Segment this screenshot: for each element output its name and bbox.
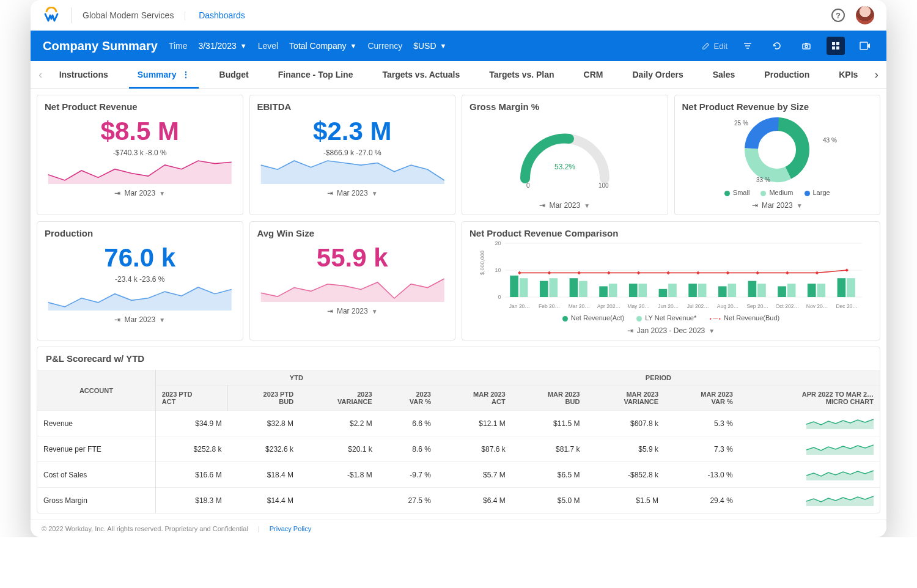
card-period-selector[interactable]: ⇥Mar 2023▼ <box>257 307 448 315</box>
pl-scorecard-table: ACCOUNT YTD PERIOD 2023 PTDACT2023 PTDBU… <box>37 370 880 513</box>
card-period-selector[interactable]: ⇥Mar 2023▼ <box>470 201 660 210</box>
card-title: Net Product Revenue Comparison <box>470 228 872 238</box>
svg-rect-63 <box>518 271 521 275</box>
tab-scroll-left[interactable]: ‹ <box>37 68 45 81</box>
level-selector[interactable]: Total Company▼ <box>289 41 356 51</box>
tab-targets-vs-actuals[interactable]: Targets vs. Actuals <box>367 61 474 88</box>
sparkline <box>45 284 235 311</box>
page-title: Company Summary <box>43 39 158 53</box>
svg-rect-61 <box>847 278 855 297</box>
comparison-chart: $,000,00020100Jan 20…Feb 20…Mar 20…Apr 2… <box>470 238 872 312</box>
svg-text:20: 20 <box>495 240 501 246</box>
card-period-selector[interactable]: ⇥Mar 2023▼ <box>45 315 235 324</box>
divider <box>71 7 72 23</box>
tab-budget[interactable]: Budget <box>205 61 263 88</box>
tab-scroll-right[interactable]: › <box>872 68 880 81</box>
donut-legend: Small Medium Large <box>682 189 873 196</box>
svg-rect-8 <box>832 46 835 50</box>
svg-text:Jun 20…: Jun 20… <box>658 303 679 309</box>
col-p_varpct[interactable]: MAR 2023VAR % <box>665 386 739 411</box>
svg-rect-54 <box>778 286 786 297</box>
edit-button[interactable]: Edit <box>702 42 727 51</box>
snapshot-icon[interactable] <box>797 37 816 55</box>
footer-privacy-link[interactable]: Privacy Policy <box>270 525 311 532</box>
tab-crm[interactable]: CRM <box>569 61 618 88</box>
svg-rect-6 <box>832 42 835 45</box>
tab-targets-vs-plan[interactable]: Targets vs. Plan <box>474 61 569 88</box>
svg-rect-39 <box>629 284 638 297</box>
col-ytd_bud[interactable]: 2023 PTDBUD <box>228 386 300 411</box>
svg-rect-5 <box>805 43 808 44</box>
kpi-value: 55.9 k <box>257 243 448 273</box>
tab-summary[interactable]: Summary⋮ <box>123 61 205 88</box>
table-row[interactable]: Revenue per FTE$252.8 k$232.6 k$20.1 k8.… <box>37 436 880 462</box>
kpi-delta: -$740.3 k -8.0 % <box>45 149 235 157</box>
svg-text:Nov 20…: Nov 20… <box>806 303 828 309</box>
svg-text:0: 0 <box>526 182 530 188</box>
svg-rect-42 <box>659 289 668 297</box>
svg-text:May 20…: May 20… <box>627 303 649 309</box>
card-period-selector[interactable]: ⇥Mar 2023▼ <box>682 201 873 210</box>
svg-rect-46 <box>698 284 707 297</box>
svg-rect-65 <box>577 271 581 275</box>
col-group-period: PERIOD <box>437 370 880 386</box>
table-row[interactable]: Revenue$34.9 M$32.8 M$2.2 M6.6 %$12.1 M$… <box>37 411 880 436</box>
card-period-selector[interactable]: ⇥Mar 2023▼ <box>45 189 235 197</box>
card-title: Avg Win Size <box>257 228 448 238</box>
svg-rect-69 <box>696 271 700 275</box>
time-selector[interactable]: 3/31/2023▼ <box>198 41 246 51</box>
svg-rect-45 <box>688 284 697 297</box>
help-icon[interactable]: ? <box>831 9 845 22</box>
card-period-selector[interactable]: ⇥Jan 2023 - Dec 2023▼ <box>470 326 872 335</box>
col-account[interactable]: ACCOUNT <box>37 370 155 411</box>
svg-rect-9 <box>836 46 839 50</box>
app-logo[interactable] <box>43 7 60 24</box>
kpi-value: $2.3 M <box>257 117 448 146</box>
svg-text:Dec 20…: Dec 20… <box>836 303 857 309</box>
donut-chart: 43 % 33 % 25 % <box>698 112 856 185</box>
svg-rect-70 <box>726 271 730 275</box>
tab-finance-top-line[interactable]: Finance - Top Line <box>263 61 368 88</box>
svg-rect-64 <box>548 271 551 275</box>
svg-rect-30 <box>540 281 548 297</box>
svg-text:10: 10 <box>495 267 501 273</box>
grid-view-icon[interactable] <box>827 37 845 55</box>
svg-rect-52 <box>757 284 766 297</box>
footer-copyright: © 2022 Workday, Inc. All rights reserved… <box>42 525 248 532</box>
table-row[interactable]: Gross Margin$18.3 M$14.4 M27.5 %$6.4 M$5… <box>37 488 880 513</box>
company-name: Global Modern Services <box>83 10 174 20</box>
breadcrumb-link[interactable]: Dashboards <box>199 10 245 20</box>
kpi-delta: -23.4 k -23.6 % <box>45 275 235 284</box>
col-p_bud[interactable]: MAR 2023BUD <box>512 386 586 411</box>
svg-rect-51 <box>748 281 757 297</box>
svg-rect-67 <box>637 271 641 275</box>
card-title: Gross Margin % <box>470 101 660 112</box>
svg-rect-60 <box>838 278 846 297</box>
svg-rect-66 <box>607 271 611 275</box>
col-micro[interactable]: APR 2022 TO MAR 2…MICRO CHART <box>739 386 880 411</box>
card-period-selector[interactable]: ⇥Mar 2023▼ <box>257 189 448 197</box>
svg-text:0: 0 <box>498 294 501 300</box>
svg-rect-40 <box>639 284 647 297</box>
tab-production[interactable]: Production <box>749 61 824 88</box>
kpi-value: $8.5 M <box>45 117 235 146</box>
tab-kpis[interactable]: KPIs <box>824 61 872 88</box>
currency-selector[interactable]: $USD▼ <box>413 41 446 51</box>
col-p_act[interactable]: MAR 2023ACT <box>437 386 512 411</box>
refresh-icon[interactable] <box>768 37 786 55</box>
filter-icon[interactable] <box>738 37 757 55</box>
svg-rect-7 <box>836 42 839 45</box>
table-row[interactable]: Cost of Sales$16.6 M$18.4 M-$1.8 M-9.7 %… <box>37 462 880 488</box>
svg-text:Jan 20…: Jan 20… <box>509 303 530 309</box>
svg-text:$,000,000: $,000,000 <box>479 251 485 275</box>
user-avatar[interactable] <box>856 6 874 24</box>
col-ytd_varpct[interactable]: 2023VAR % <box>378 386 437 411</box>
svg-rect-34 <box>579 281 587 297</box>
tab-sales[interactable]: Sales <box>698 61 750 88</box>
col-ytd_var[interactable]: 2023VARIANCE <box>300 386 378 411</box>
present-icon[interactable] <box>856 37 874 55</box>
col-p_var[interactable]: MAR 2023VARIANCE <box>586 386 665 411</box>
tab-daily-orders[interactable]: Daily Orders <box>617 61 698 88</box>
tab-instructions[interactable]: Instructions <box>45 61 123 88</box>
col-ytd_act[interactable]: 2023 PTDACT <box>155 386 227 411</box>
